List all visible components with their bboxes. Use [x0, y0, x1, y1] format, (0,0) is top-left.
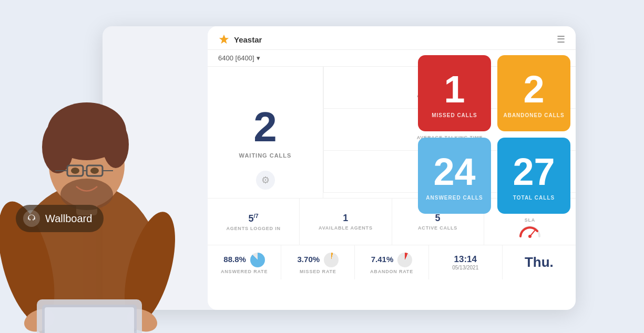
- available-agents-value: 1: [343, 213, 348, 224]
- svg-point-16: [90, 168, 99, 174]
- total-calls-tile: 27 TOTAL CALLS: [497, 138, 570, 214]
- total-calls-number: 27: [513, 153, 555, 191]
- missed-rate-value: 3.70%: [298, 255, 320, 264]
- waiting-label: WAITING CALLS: [239, 152, 292, 159]
- logo-star-icon: [218, 34, 230, 45]
- sla-label: SLA: [525, 217, 535, 223]
- svg-point-7: [42, 121, 74, 173]
- day-label: Thu.: [525, 254, 554, 270]
- abandon-rate-label: ABANDON RATE: [370, 269, 413, 274]
- svg-rect-10: [67, 165, 83, 176]
- abandoned-calls-label: ABANDONED CALLS: [503, 112, 564, 118]
- agents-logged-label: AGENTS LOGGED IN: [226, 226, 280, 231]
- waiting-number: 2: [253, 106, 277, 148]
- active-calls-label: ACTIVE CALLS: [418, 225, 457, 231]
- clock-date: 05/13/2021: [452, 265, 478, 270]
- abandon-rate-cell: 7.41% ABANDON RATE: [355, 245, 428, 279]
- wallboard-badge: Wallboard: [16, 205, 104, 232]
- chevron-down-icon: ▾: [257, 54, 260, 62]
- agents-total: /7: [254, 213, 259, 219]
- sla-gauge-icon: [518, 225, 541, 238]
- available-agents-cell: 1 AVAILABLE AGENTS: [300, 199, 392, 245]
- gear-button[interactable]: ⚙: [256, 171, 275, 190]
- headset-icon: [23, 210, 40, 227]
- svg-point-2: [528, 235, 531, 238]
- dash-header: Yeastar ☰: [208, 26, 576, 50]
- svg-marker-0: [219, 35, 229, 44]
- total-calls-label: TOTAL CALLS: [513, 195, 555, 201]
- waiting-calls-panel: 2 WAITING CALLS ⚙: [208, 67, 323, 198]
- abandon-rate-chart: [397, 253, 412, 267]
- missed-calls-tile: 1 MISSED CALLS: [418, 55, 491, 131]
- abandoned-calls-number: 2: [523, 70, 544, 108]
- agents-fraction: 5/7: [249, 213, 259, 224]
- answered-rate-cell: 88.8% ANSWERED RATE: [208, 245, 281, 279]
- answered-rate-chart: [250, 253, 265, 267]
- answered-calls-tile: 24 ANSWERED CALLS: [418, 138, 491, 214]
- agents-logged-value: 5: [249, 213, 254, 224]
- answered-calls-number: 24: [433, 153, 475, 191]
- missed-calls-number: 1: [444, 70, 465, 108]
- available-agents-label: AVAILABLE AGENTS: [319, 225, 373, 231]
- logo-area: Yeastar: [218, 34, 262, 45]
- answered-rate-value: 88.8%: [223, 255, 246, 264]
- svg-rect-11: [87, 165, 103, 176]
- queue-label: 6400 [6400]: [218, 54, 254, 62]
- active-calls-value: 5: [435, 213, 441, 224]
- day-cell: Thu.: [503, 245, 576, 279]
- svg-rect-23: [45, 307, 134, 333]
- answered-rate-label: ANSWERED RATE: [221, 269, 268, 274]
- missed-rate-cell: 3.70% MISSED RATE: [281, 245, 355, 279]
- wallboard-label: Wallboard: [45, 213, 92, 225]
- outer-container: Yeastar ☰ 6400 [6400] ▾ 2 WAITING CALLS …: [103, 26, 576, 310]
- menu-icon[interactable]: ☰: [557, 34, 565, 45]
- clock-time: 13:14: [454, 254, 476, 265]
- abandon-rate-value: 7.41%: [371, 255, 394, 264]
- missed-rate-chart: [324, 253, 339, 267]
- answered-calls-label: ANSWERED CALLS: [426, 195, 483, 201]
- missed-calls-label: MISSED CALLS: [432, 112, 477, 118]
- svg-point-19: [21, 305, 58, 333]
- svg-point-15: [71, 168, 79, 174]
- missed-rate-label: MISSED RATE: [300, 269, 336, 274]
- agents-logged-cell: 5/7 AGENTS LOGGED IN: [208, 199, 300, 245]
- footer-stats-row: 88.8% ANSWERED RATE 3.70% MISSED RATE 7.…: [208, 245, 576, 279]
- logo-text: Yeastar: [234, 35, 262, 44]
- tiles-panel: 1 MISSED CALLS 2 ABANDONED CALLS 24 ANSW…: [418, 55, 570, 214]
- abandoned-calls-tile: 2 ABANDONED CALLS: [497, 55, 570, 131]
- clock-cell: 13:14 05/13/2021: [429, 245, 503, 279]
